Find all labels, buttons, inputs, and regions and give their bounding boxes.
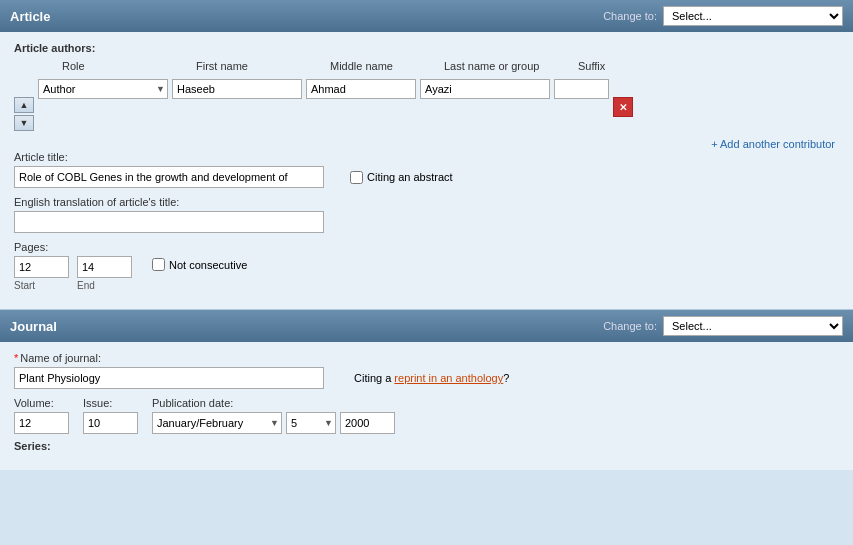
english-translation-label: English translation of article's title: [14, 196, 839, 208]
citing-abstract-checkbox[interactable] [350, 171, 363, 184]
volume-input[interactable] [14, 412, 69, 434]
end-page-label: End [77, 280, 95, 291]
suffix-column-header: Suffix [578, 60, 633, 72]
required-star: * [14, 352, 18, 364]
english-translation-input[interactable] [14, 211, 324, 233]
middlename-field [306, 79, 416, 99]
journal-section-title: Journal [10, 319, 57, 334]
pages-group: Start End [14, 256, 132, 291]
arrow-down-icon: ▼ [20, 118, 29, 128]
add-contributor-link[interactable]: + Add another contributor [711, 138, 835, 150]
series-label: Series: [14, 434, 839, 452]
pages-row-container: Pages: Start End Not consecutive [14, 241, 839, 291]
firstname-input[interactable] [172, 79, 302, 99]
article-section-header: Article Change to: Select... [0, 0, 853, 32]
add-contributor-row: + Add another contributor [14, 137, 839, 151]
pubdate-controls-row: January/February January February March … [152, 412, 395, 434]
english-translation-row: English translation of article's title: [14, 196, 839, 233]
citing-abstract-text: Citing an abstract [367, 171, 453, 183]
journal-change-to-label: Change to: [603, 320, 657, 332]
pubdate-month-wrapper: January/February January February March … [152, 412, 282, 434]
journal-section-body: *Name of journal: Citing a reprint in an… [0, 342, 853, 470]
publication-date-label: Publication date: [152, 397, 395, 409]
article-change-to-select[interactable]: Select... [663, 6, 843, 26]
article-section-title: Article [10, 9, 50, 24]
role-select[interactable]: Author Editor [38, 79, 168, 99]
middlename-column-header: Middle name [330, 60, 440, 72]
article-change-to-label: Change to: [603, 10, 657, 22]
delete-icon: ✕ [619, 102, 627, 113]
article-title-inline: Citing an abstract [14, 166, 839, 188]
journal-section: Journal Change to: Select... *Name of jo… [0, 310, 853, 470]
pubdate-day-select[interactable]: 5 1234 678910 [286, 412, 336, 434]
suffix-field [554, 79, 609, 99]
start-page-label: Start [14, 280, 35, 291]
pubdate-year-input[interactable] [340, 412, 395, 434]
issue-input[interactable] [83, 412, 138, 434]
article-title-input[interactable] [14, 166, 324, 188]
article-title-row: Article title: Citing an abstract [14, 151, 839, 188]
volume-label: Volume: [14, 397, 69, 409]
series-row: Series: [14, 434, 839, 452]
role-column-header: Role [62, 60, 192, 72]
authors-columns-header: Role First name Middle name Last name or… [14, 60, 839, 75]
lastname-column-header: Last name or group [444, 60, 574, 72]
citing-reprint-prefix: Citing a [354, 372, 394, 384]
not-consecutive-label: Not consecutive [152, 258, 247, 271]
journal-change-to-select[interactable]: Select... [663, 316, 843, 336]
citing-abstract-label: Citing an abstract [350, 171, 453, 184]
pages-fields-row: Start End Not consecutive [14, 256, 839, 291]
citing-reprint-link[interactable]: reprint in an anthology [394, 372, 503, 384]
delete-author-button[interactable]: ✕ [613, 97, 633, 117]
journal-name-label: *Name of journal: [14, 352, 839, 364]
role-field: Author Editor ▼ [38, 79, 168, 99]
journal-section-header: Journal Change to: Select... [0, 310, 853, 342]
move-down-button[interactable]: ▼ [14, 115, 34, 131]
not-consecutive-checkbox[interactable] [152, 258, 165, 271]
publication-date-group: Publication date: January/February Janua… [152, 397, 395, 434]
journal-name-row: *Name of journal: Citing a reprint in an… [14, 352, 839, 389]
suffix-input[interactable] [554, 79, 609, 99]
end-page-field: End [77, 256, 132, 291]
issue-label: Issue: [83, 397, 138, 409]
middlename-input[interactable] [306, 79, 416, 99]
firstname-field [172, 79, 302, 99]
volume-group: Volume: [14, 397, 69, 434]
lastname-input[interactable] [420, 79, 550, 99]
volume-issue-date-row: Volume: Issue: Publication date: January… [14, 397, 839, 434]
pubdate-month-select[interactable]: January/February January February March … [152, 412, 282, 434]
arrow-up-icon: ▲ [20, 100, 29, 110]
lastname-field [420, 79, 550, 99]
firstname-column-header: First name [196, 60, 326, 72]
citing-reprint-text: Citing a reprint in an anthology? [354, 372, 509, 384]
not-consecutive-text: Not consecutive [169, 259, 247, 271]
article-section-body: Article authors: Role First name Middle … [0, 32, 853, 310]
start-page-input[interactable] [14, 256, 69, 278]
article-authors-label: Article authors: [14, 42, 839, 54]
article-section: Article Change to: Select... Article aut… [0, 0, 853, 310]
article-title-label: Article title: [14, 151, 839, 163]
author-row: ▲ ▼ Author Editor ▼ [14, 79, 839, 131]
citing-reprint-suffix: ? [503, 372, 509, 384]
article-change-to-area: Change to: Select... [603, 6, 843, 26]
journal-name-input[interactable] [14, 367, 324, 389]
pages-label: Pages: [14, 241, 839, 253]
journal-name-inline: Citing a reprint in an anthology? [14, 367, 839, 389]
start-page-field: Start [14, 256, 69, 291]
end-page-input[interactable] [77, 256, 132, 278]
journal-change-to-area: Change to: Select... [603, 316, 843, 336]
issue-group: Issue: [83, 397, 138, 434]
author-reorder-buttons: ▲ ▼ [14, 97, 34, 131]
move-up-button[interactable]: ▲ [14, 97, 34, 113]
pubdate-day-wrapper: 5 1234 678910 ▼ [286, 412, 336, 434]
role-select-wrapper: Author Editor ▼ [38, 79, 168, 99]
